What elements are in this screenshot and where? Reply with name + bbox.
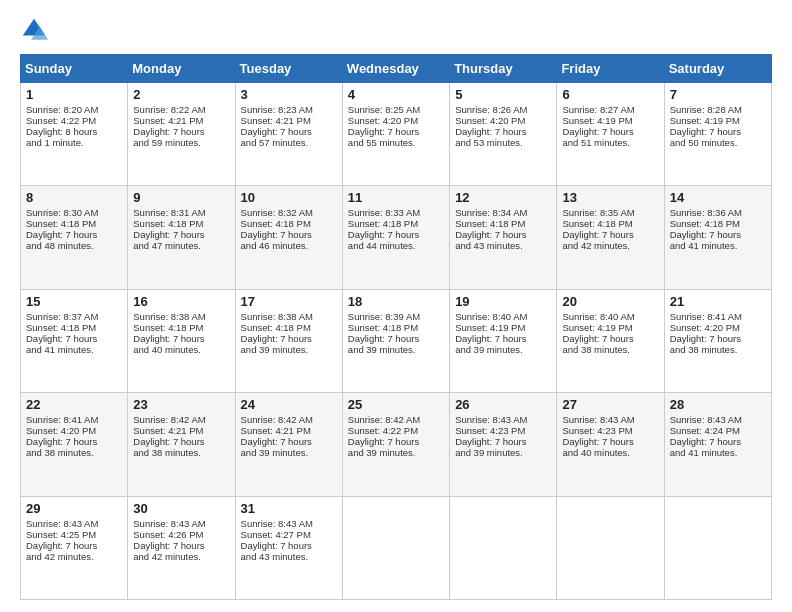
- day-info: Daylight: 7 hours: [562, 436, 658, 447]
- day-info: Daylight: 7 hours: [241, 540, 337, 551]
- day-info: Sunrise: 8:27 AM: [562, 104, 658, 115]
- day-number: 28: [670, 397, 766, 412]
- day-info: Sunrise: 8:43 AM: [241, 518, 337, 529]
- day-info: Sunrise: 8:38 AM: [241, 311, 337, 322]
- day-cell: 30Sunrise: 8:43 AMSunset: 4:26 PMDayligh…: [128, 496, 235, 599]
- col-header-monday: Monday: [128, 55, 235, 83]
- day-info: and 41 minutes.: [670, 447, 766, 458]
- day-number: 10: [241, 190, 337, 205]
- day-info: and 47 minutes.: [133, 240, 229, 251]
- day-info: Sunset: 4:26 PM: [133, 529, 229, 540]
- day-info: and 42 minutes.: [133, 551, 229, 562]
- day-info: and 40 minutes.: [562, 447, 658, 458]
- day-info: Daylight: 7 hours: [26, 333, 122, 344]
- day-info: and 39 minutes.: [348, 447, 444, 458]
- week-row-2: 8Sunrise: 8:30 AMSunset: 4:18 PMDaylight…: [21, 186, 772, 289]
- day-info: Sunset: 4:18 PM: [348, 218, 444, 229]
- day-info: and 42 minutes.: [26, 551, 122, 562]
- day-cell: 17Sunrise: 8:38 AMSunset: 4:18 PMDayligh…: [235, 289, 342, 392]
- day-cell: 23Sunrise: 8:42 AMSunset: 4:21 PMDayligh…: [128, 393, 235, 496]
- day-number: 19: [455, 294, 551, 309]
- day-info: Daylight: 7 hours: [670, 229, 766, 240]
- day-info: and 43 minutes.: [241, 551, 337, 562]
- day-cell: [557, 496, 664, 599]
- day-number: 30: [133, 501, 229, 516]
- page: SundayMondayTuesdayWednesdayThursdayFrid…: [0, 0, 792, 612]
- day-number: 1: [26, 87, 122, 102]
- day-info: Sunrise: 8:43 AM: [670, 414, 766, 425]
- day-cell: 20Sunrise: 8:40 AMSunset: 4:19 PMDayligh…: [557, 289, 664, 392]
- day-info: Sunrise: 8:26 AM: [455, 104, 551, 115]
- day-info: Daylight: 7 hours: [670, 126, 766, 137]
- day-info: Sunset: 4:20 PM: [670, 322, 766, 333]
- logo-icon: [20, 16, 48, 44]
- day-cell: 13Sunrise: 8:35 AMSunset: 4:18 PMDayligh…: [557, 186, 664, 289]
- day-cell: 8Sunrise: 8:30 AMSunset: 4:18 PMDaylight…: [21, 186, 128, 289]
- day-info: Sunset: 4:18 PM: [133, 322, 229, 333]
- day-info: and 41 minutes.: [670, 240, 766, 251]
- day-number: 20: [562, 294, 658, 309]
- day-info: Sunrise: 8:43 AM: [133, 518, 229, 529]
- day-number: 2: [133, 87, 229, 102]
- day-cell: 5Sunrise: 8:26 AMSunset: 4:20 PMDaylight…: [450, 83, 557, 186]
- day-info: Daylight: 7 hours: [133, 436, 229, 447]
- day-info: and 42 minutes.: [562, 240, 658, 251]
- day-info: Daylight: 7 hours: [241, 126, 337, 137]
- day-number: 3: [241, 87, 337, 102]
- day-number: 15: [26, 294, 122, 309]
- day-cell: 15Sunrise: 8:37 AMSunset: 4:18 PMDayligh…: [21, 289, 128, 392]
- day-info: and 40 minutes.: [133, 344, 229, 355]
- day-info: Sunrise: 8:37 AM: [26, 311, 122, 322]
- day-info: and 59 minutes.: [133, 137, 229, 148]
- day-info: and 39 minutes.: [241, 447, 337, 458]
- day-info: Sunset: 4:18 PM: [241, 322, 337, 333]
- day-number: 25: [348, 397, 444, 412]
- day-info: Sunrise: 8:43 AM: [455, 414, 551, 425]
- day-info: Daylight: 7 hours: [241, 333, 337, 344]
- day-info: Sunset: 4:21 PM: [241, 115, 337, 126]
- day-info: Daylight: 7 hours: [348, 229, 444, 240]
- day-info: and 1 minute.: [26, 137, 122, 148]
- day-info: Sunset: 4:25 PM: [26, 529, 122, 540]
- col-header-friday: Friday: [557, 55, 664, 83]
- day-info: and 39 minutes.: [348, 344, 444, 355]
- day-info: Sunrise: 8:32 AM: [241, 207, 337, 218]
- day-info: Sunrise: 8:23 AM: [241, 104, 337, 115]
- day-cell: 27Sunrise: 8:43 AMSunset: 4:23 PMDayligh…: [557, 393, 664, 496]
- day-info: Daylight: 7 hours: [348, 126, 444, 137]
- day-info: Sunrise: 8:41 AM: [26, 414, 122, 425]
- day-info: and 53 minutes.: [455, 137, 551, 148]
- day-info: Sunset: 4:18 PM: [455, 218, 551, 229]
- day-info: and 57 minutes.: [241, 137, 337, 148]
- day-info: Sunrise: 8:40 AM: [562, 311, 658, 322]
- day-info: Daylight: 7 hours: [241, 436, 337, 447]
- day-info: Daylight: 7 hours: [241, 229, 337, 240]
- col-header-tuesday: Tuesday: [235, 55, 342, 83]
- day-info: Daylight: 7 hours: [26, 229, 122, 240]
- day-info: Sunrise: 8:38 AM: [133, 311, 229, 322]
- day-info: Sunset: 4:23 PM: [562, 425, 658, 436]
- day-info: Daylight: 7 hours: [455, 126, 551, 137]
- col-header-thursday: Thursday: [450, 55, 557, 83]
- day-info: Daylight: 7 hours: [348, 333, 444, 344]
- day-cell: [664, 496, 771, 599]
- day-info: and 44 minutes.: [348, 240, 444, 251]
- day-info: Sunset: 4:18 PM: [26, 322, 122, 333]
- day-info: Sunset: 4:21 PM: [241, 425, 337, 436]
- day-info: Daylight: 7 hours: [670, 436, 766, 447]
- day-number: 18: [348, 294, 444, 309]
- day-info: Sunrise: 8:25 AM: [348, 104, 444, 115]
- day-cell: 14Sunrise: 8:36 AMSunset: 4:18 PMDayligh…: [664, 186, 771, 289]
- day-info: Daylight: 7 hours: [670, 333, 766, 344]
- day-info: Sunset: 4:24 PM: [670, 425, 766, 436]
- day-info: Sunset: 4:20 PM: [348, 115, 444, 126]
- day-info: Sunrise: 8:22 AM: [133, 104, 229, 115]
- day-info: Sunset: 4:18 PM: [241, 218, 337, 229]
- day-number: 4: [348, 87, 444, 102]
- day-info: and 48 minutes.: [26, 240, 122, 251]
- day-cell: 2Sunrise: 8:22 AMSunset: 4:21 PMDaylight…: [128, 83, 235, 186]
- week-row-4: 22Sunrise: 8:41 AMSunset: 4:20 PMDayligh…: [21, 393, 772, 496]
- day-info: Sunrise: 8:39 AM: [348, 311, 444, 322]
- day-info: and 38 minutes.: [670, 344, 766, 355]
- day-cell: 19Sunrise: 8:40 AMSunset: 4:19 PMDayligh…: [450, 289, 557, 392]
